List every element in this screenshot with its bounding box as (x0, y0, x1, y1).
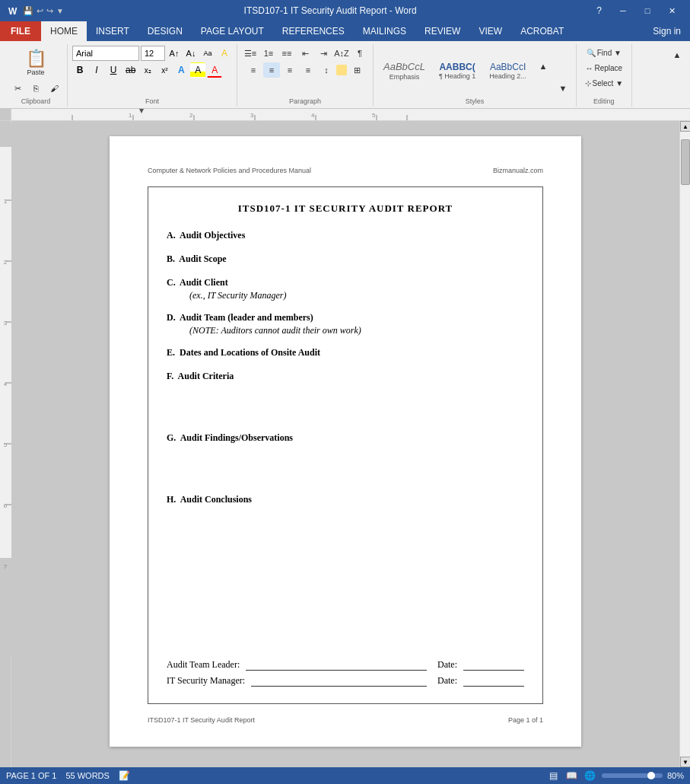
superscript-button[interactable]: x² (157, 62, 172, 78)
strikethrough-button[interactable]: ab (122, 62, 138, 78)
increase-indent-button[interactable]: ⇥ (315, 46, 332, 61)
text-highlight-color-button[interactable]: A (190, 62, 205, 78)
web-layout-view[interactable]: 🌐 (583, 769, 597, 782)
copy-button[interactable]: ⎘ (27, 81, 44, 96)
bold-button[interactable]: B (72, 62, 87, 78)
font-group: A↑ A↓ Aa A B I U ab x₂ x² A A A Font (68, 44, 237, 107)
multilevel-button[interactable]: ≡≡ (278, 46, 295, 61)
format-painter-button[interactable]: 🖌 (46, 81, 62, 96)
subscript-button[interactable]: x₂ (140, 62, 155, 78)
main-area: 1 2 3 4 5 6 7 Computer & Network Policie… (0, 121, 690, 767)
style-emphasis[interactable]: AaBbCcL Emphasis (378, 59, 431, 83)
font-shrink-button[interactable]: A↓ (183, 46, 199, 61)
save-icon[interactable]: 💾 (23, 6, 33, 16)
sig-label-2: IT Security Manager: (167, 675, 245, 687)
line-spacing-button[interactable]: ↕ (318, 62, 335, 78)
font-grow-button[interactable]: A↑ (167, 46, 182, 61)
customize-icon[interactable]: ▼ (56, 7, 64, 15)
footer-right: Page 1 of 1 (508, 716, 543, 724)
minimize-button[interactable]: ─ (611, 0, 635, 21)
close-button[interactable]: ✕ (660, 0, 684, 21)
tab-mailings[interactable]: MAILINGS (354, 21, 415, 41)
clipboard-group: 📋 Paste ✂ ⎘ 🖌 Clipboard (5, 44, 68, 107)
svg-rect-18 (0, 147, 11, 558)
zoom-slider[interactable] (602, 773, 663, 778)
page-footer: ITSD107-1 IT Security Audit Report Page … (148, 713, 543, 724)
paste-label: Paste (27, 69, 44, 76)
tab-insert[interactable]: INSERT (87, 21, 138, 41)
word-icon: W (6, 5, 18, 17)
right-scrollbar[interactable]: ▲ ▼ (679, 121, 690, 767)
borders-button[interactable]: ⊞ (348, 62, 365, 78)
content-area[interactable]: Computer & Network Policies and Procedur… (11, 121, 679, 767)
svg-text:1: 1 (3, 198, 7, 205)
shading-button[interactable] (336, 65, 347, 75)
align-right-button[interactable]: ≡ (281, 62, 298, 78)
text-highlight-button[interactable]: A (217, 46, 232, 61)
clear-format-button[interactable]: Aa (200, 46, 215, 61)
track-changes-icon[interactable]: 📝 (119, 770, 130, 781)
style-heading2[interactable]: AaBbCcI Heading 2... (484, 59, 532, 82)
underline-button[interactable]: U (106, 62, 121, 78)
ribbon-content: 📋 Paste ✂ ⎘ 🖌 Clipboard A↑ A↓ Aa (0, 41, 690, 108)
maximize-button[interactable]: □ (635, 0, 660, 21)
heading2-label: Heading 2... (489, 72, 526, 80)
replace-button[interactable]: ↔ Replace (581, 61, 627, 75)
para-content: ☰≡ 1≡ ≡≡ ⇤ ⇥ A↕Z ¶ ≡ ≡ ≡ ≡ ↕ ⊞ (242, 44, 368, 97)
italic-button[interactable]: I (89, 62, 104, 78)
cut-button[interactable]: ✂ (9, 81, 26, 96)
tab-design[interactable]: DESIGN (138, 21, 192, 41)
styles-scroll-up[interactable]: ▲ (535, 59, 552, 74)
tab-view[interactable]: VIEW (469, 21, 511, 41)
title-bar: W 💾 ↩ ↪ ▼ ITSD107-1 IT Security Audit Re… (0, 0, 690, 21)
sig-date-underline-1 (463, 660, 524, 671)
find-button[interactable]: 🔍 Find ▼ (581, 46, 627, 59)
font-size-input[interactable] (141, 46, 165, 61)
styles-more-button[interactable]: ▼ (555, 81, 571, 96)
tab-page-layout[interactable]: PAGE LAYOUT (192, 21, 273, 41)
sort-button[interactable]: A↕Z (333, 46, 350, 61)
header-right: Bizmanualz.com (493, 167, 543, 174)
font-name-input[interactable] (72, 46, 139, 61)
select-button[interactable]: ⊹ Select ▼ (581, 76, 627, 90)
numbering-button[interactable]: 1≡ (260, 46, 277, 61)
tab-review[interactable]: REVIEW (415, 21, 469, 41)
paragraph-group: ☰≡ 1≡ ≡≡ ⇤ ⇥ A↕Z ¶ ≡ ≡ ≡ ≡ ↕ ⊞ (237, 44, 374, 107)
font-color-button[interactable]: A (207, 62, 222, 78)
collapse-ribbon-button[interactable]: ▲ (669, 47, 685, 62)
document-page: Computer & Network Policies and Procedur… (110, 136, 581, 747)
tab-file[interactable]: FILE (0, 21, 41, 41)
read-mode-view[interactable]: 📖 (565, 769, 579, 782)
show-marks-button[interactable]: ¶ (351, 46, 368, 61)
scroll-up-button[interactable]: ▲ (680, 121, 690, 132)
zoom-level: 80% (667, 771, 684, 780)
justify-button[interactable]: ≡ (300, 62, 316, 78)
scrollbar-thumb[interactable] (681, 139, 690, 185)
sign-in-button[interactable]: Sign in (644, 21, 690, 41)
align-center-button[interactable]: ≡ (263, 62, 280, 78)
undo-icon[interactable]: ↩ (37, 6, 43, 16)
align-left-button[interactable]: ≡ (245, 62, 262, 78)
section-f-heading: F. Audit Criteria (167, 371, 524, 382)
svg-text:4: 4 (311, 112, 315, 119)
scroll-down-button[interactable]: ▼ (680, 757, 690, 767)
tab-references[interactable]: REFERENCES (273, 21, 354, 41)
scrollbar-track[interactable] (680, 132, 690, 757)
tab-acrobat[interactable]: ACROBAT (511, 21, 573, 41)
font-content: A↑ A↓ Aa A B I U ab x₂ x² A A A (72, 44, 232, 97)
svg-text:3: 3 (3, 320, 7, 327)
tab-home[interactable]: HOME (41, 21, 87, 41)
decrease-indent-button[interactable]: ⇤ (297, 46, 313, 61)
help-button[interactable]: ? (596, 5, 602, 16)
sig-label-1: Audit Team Leader: (167, 659, 240, 671)
section-f-spacer (167, 384, 524, 422)
clipboard-content: 📋 Paste ✂ ⎘ 🖌 (9, 44, 62, 97)
style-heading1[interactable]: AABBC( ¶ Heading 1 (434, 59, 481, 82)
text-effects-button[interactable]: A (173, 62, 189, 78)
paste-button[interactable]: 📋 Paste (23, 46, 49, 79)
svg-text:W: W (8, 6, 17, 17)
redo-icon[interactable]: ↪ (46, 6, 53, 16)
sig-date-underline-2 (463, 676, 524, 687)
bullets-button[interactable]: ☰≡ (242, 46, 259, 61)
print-layout-view[interactable]: ▤ (547, 769, 561, 782)
